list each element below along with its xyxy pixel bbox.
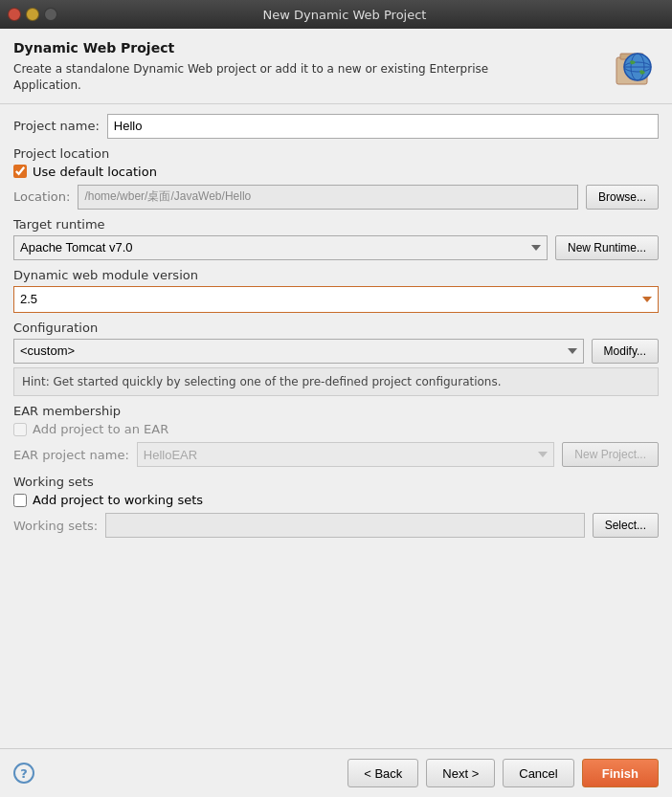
next-button[interactable]: Next > <box>426 759 495 787</box>
new-project-button[interactable]: New Project... <box>562 442 659 467</box>
working-sets-section-label: Working sets <box>13 475 659 489</box>
form-area: Project name: Project location Use defau… <box>0 104 672 748</box>
add-to-ear-row: Add project to an EAR <box>13 422 659 436</box>
minimize-button[interactable] <box>26 8 39 21</box>
module-version-label: Dynamic web module version <box>13 268 659 282</box>
working-sets-row: Working sets: Select... <box>13 513 659 538</box>
location-row: Location: Browse... <box>13 185 659 210</box>
titlebar: New Dynamic Web Project <box>0 0 672 29</box>
maximize-button[interactable] <box>44 8 57 21</box>
window-title: New Dynamic Web Project <box>63 8 626 22</box>
target-runtime-row: Apache Tomcat v7.0 New Runtime... <box>13 235 659 260</box>
configuration-section: Configuration <custom> Modify... <box>13 321 659 364</box>
hint-text: Hint: Get started quickly by selecting o… <box>13 367 659 397</box>
finish-button[interactable]: Finish <box>582 759 659 787</box>
close-button[interactable] <box>8 8 21 21</box>
help-button[interactable]: ? <box>13 763 34 784</box>
add-to-working-sets-checkbox[interactable] <box>13 494 27 507</box>
location-section: Project location Use default location Lo… <box>13 146 659 210</box>
location-input[interactable] <box>78 185 578 210</box>
configuration-select[interactable]: <custom> <box>13 339 584 364</box>
header-left: Dynamic Web Project Create a standalone … <box>13 40 549 94</box>
project-name-input[interactable] <box>107 114 659 139</box>
add-to-working-sets-row: Add project to working sets <box>13 493 659 507</box>
ear-name-row: EAR project name: HelloEAR New Project..… <box>13 442 659 467</box>
wizard-description: Create a standalone Dynamic Web project … <box>13 61 549 94</box>
module-version-section: Dynamic web module version 2.5 <box>13 268 659 313</box>
window-controls <box>8 8 57 21</box>
wizard-icon <box>609 40 659 90</box>
working-sets-input[interactable] <box>105 513 584 538</box>
location-label: Location: <box>13 189 70 204</box>
ear-project-name-label: EAR project name: <box>13 448 129 462</box>
select-working-sets-button[interactable]: Select... <box>593 513 659 538</box>
use-default-location-row: Use default location <box>13 165 659 179</box>
target-runtime-section: Target runtime Apache Tomcat v7.0 New Ru… <box>13 217 659 260</box>
browse-button[interactable]: Browse... <box>586 185 659 210</box>
working-sets-label: Working sets: <box>13 519 98 533</box>
target-runtime-label: Target runtime <box>13 217 659 232</box>
header-section: Dynamic Web Project Create a standalone … <box>0 29 672 104</box>
ear-membership-section: EAR membership Add project to an EAR EAR… <box>13 404 659 467</box>
new-runtime-button[interactable]: New Runtime... <box>555 235 659 260</box>
location-section-label: Project location <box>13 146 659 161</box>
working-sets-section: Working sets Add project to working sets… <box>13 475 659 538</box>
main-content: Dynamic Web Project Create a standalone … <box>0 29 672 797</box>
use-default-location-label: Use default location <box>33 165 157 179</box>
cancel-button[interactable]: Cancel <box>503 759 573 787</box>
use-default-location-checkbox[interactable] <box>13 165 27 178</box>
project-name-label: Project name: <box>13 119 100 133</box>
ear-membership-label: EAR membership <box>13 404 659 418</box>
add-to-ear-label: Add project to an EAR <box>33 422 168 436</box>
module-version-select[interactable]: 2.5 <box>13 286 659 313</box>
configuration-label: Configuration <box>13 321 659 335</box>
ear-project-name-select: HelloEAR <box>137 442 555 467</box>
back-button[interactable]: < Back <box>347 759 418 787</box>
wizard-title: Dynamic Web Project <box>13 40 549 55</box>
target-runtime-select[interactable]: Apache Tomcat v7.0 <box>13 235 548 260</box>
add-to-ear-checkbox[interactable] <box>13 423 27 436</box>
modify-button[interactable]: Modify... <box>592 339 659 364</box>
configuration-row: <custom> Modify... <box>13 339 659 364</box>
project-name-row: Project name: <box>13 114 659 139</box>
bottom-bar: ? < Back Next > Cancel Finish <box>0 748 672 797</box>
add-to-working-sets-label: Add project to working sets <box>33 493 203 507</box>
